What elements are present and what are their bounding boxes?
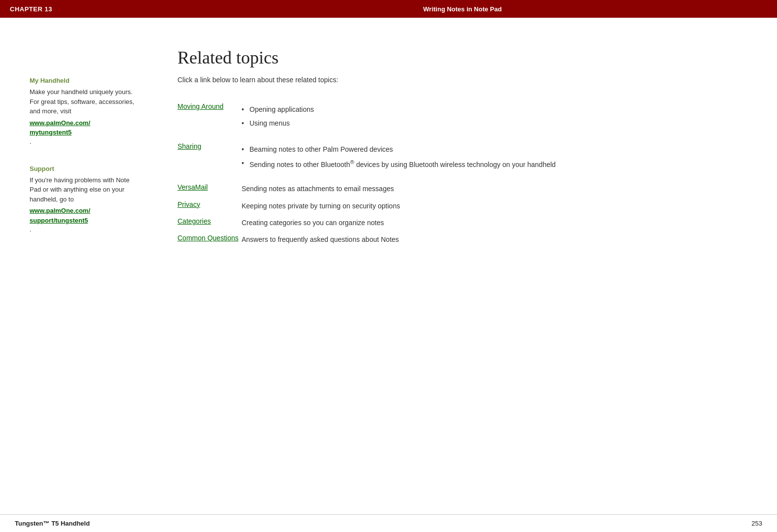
topic-row-common-questions: Common Questions Answers to frequently a… [177,231,747,248]
topic-desc-versamail: Sending notes as attachments to email me… [242,180,747,197]
page-heading: Related topics [177,47,747,68]
footer-page-number: 253 [751,520,762,527]
topic-link-cell-sharing: Sharing [177,139,242,174]
topic-link-common-questions[interactable]: Common Questions [177,234,239,242]
footer: Tungsten™ T5 Handheld 253 [0,514,777,532]
header-bar: CHAPTER 13 Writing Notes in Note Pad [0,0,777,18]
topic-link-versamail[interactable]: VersaMail [177,183,208,191]
topic-link-cell-moving-around: Moving Around [177,100,242,133]
topic-row-privacy: Privacy Keeping notes private by turning… [177,198,747,214]
main-layout: My Handheld Make your handheld uniquely … [0,18,777,253]
topic-row-sharing: Sharing Beaming notes to other Palm Powe… [177,139,747,174]
intro-text: Click a link below to learn about these … [177,76,747,84]
topic-row-categories: Categories Creating categories so you ca… [177,214,747,231]
sidebar: My Handheld Make your handheld uniquely … [30,47,138,253]
chapter-label: CHAPTER 13 [10,5,158,13]
topic-desc-moving-around: Opening applications Using menus [242,100,747,133]
topic-row-versamail: VersaMail Sending notes as attachments t… [177,180,747,197]
spacer-row-1 [177,133,747,139]
bullet-opening-apps: Opening applications [242,102,747,116]
topic-link-moving-around[interactable]: Moving Around [177,102,223,110]
sidebar-section-my-handheld: My Handheld Make your handheld uniquely … [30,77,138,145]
bullet-using-menus: Using menus [242,116,747,130]
chapter-title: Writing Notes in Note Pad [158,5,767,13]
topic-link-cell-privacy: Privacy [177,198,242,214]
footer-brand: Tungsten™ T5 Handheld [15,520,90,527]
bullet-bluetooth-notes: Sending notes to other Bluetooth® device… [242,156,747,171]
topic-desc-categories: Creating categories so you can organize … [242,214,747,231]
bullets-sharing: Beaming notes to other Palm Powered devi… [242,142,747,171]
topics-table: Moving Around Opening applications Using… [177,100,747,248]
sidebar-my-handheld-text: Make your handheld uniquely yours. For g… [30,87,138,116]
content-area: Related topics Click a link below to lea… [158,47,747,253]
sidebar-section-support: Support If you're having problems with N… [30,165,138,233]
topic-desc-common-questions: Answers to frequently asked questions ab… [242,231,747,248]
footer-brand-name: Tungsten™ T5 [15,520,59,527]
topic-link-sharing[interactable]: Sharing [177,142,201,150]
bullets-moving-around: Opening applications Using menus [242,102,747,131]
topic-desc-sharing: Beaming notes to other Palm Powered devi… [242,139,747,174]
spacer-row-2 [177,174,747,180]
topic-desc-privacy: Keeping notes private by turning on secu… [242,198,747,214]
sidebar-my-handheld-title: My Handheld [30,77,138,84]
topic-link-privacy[interactable]: Privacy [177,200,200,208]
sidebar-my-handheld-link[interactable]: www.palmOne.com/mytungstent5 [30,118,138,137]
topic-link-cell-categories: Categories [177,214,242,231]
sidebar-support-title: Support [30,165,138,172]
topic-link-cell-common-questions: Common Questions [177,231,242,248]
sidebar-support-link[interactable]: www.palmOne.com/support/tungstent5 [30,206,138,225]
sidebar-support-link-period: . [30,226,32,233]
sidebar-support-text: If you're having problems with Note Pad … [30,175,138,204]
bullet-beaming-notes: Beaming notes to other Palm Powered devi… [242,142,747,156]
topic-link-categories[interactable]: Categories [177,217,211,225]
topic-link-cell-versamail: VersaMail [177,180,242,197]
topic-row-moving-around: Moving Around Opening applications Using… [177,100,747,133]
footer-brand-suffix: Handheld [59,520,90,527]
sidebar-my-handheld-link-period: . [30,138,32,145]
